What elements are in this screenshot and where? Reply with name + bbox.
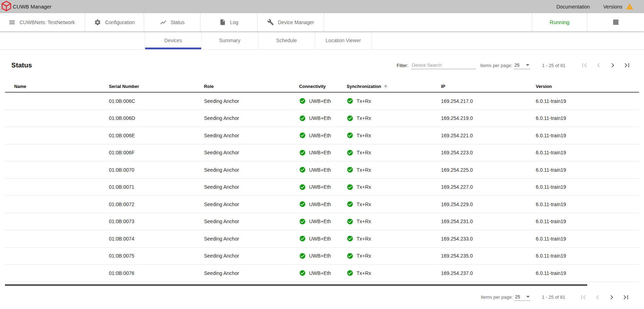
synchronization-label: Tx+Rx	[357, 253, 371, 259]
device-table-header: Name Serial Number Role Connectivity Syn…	[5, 81, 639, 93]
chevron-down-icon	[526, 296, 530, 298]
next-page-button[interactable]	[607, 293, 616, 302]
tab-summary[interactable]: Summary	[202, 31, 258, 49]
first-page-button[interactable]	[579, 293, 588, 302]
previous-page-button[interactable]	[594, 61, 603, 70]
table-row[interactable]: 01:0B:006E Seeding Anchor UWB+Eth Tx+Rx …	[5, 127, 639, 144]
first-page-button[interactable]	[580, 61, 589, 70]
line-chart-icon	[160, 19, 167, 26]
wrench-icon	[267, 19, 274, 26]
table-row[interactable]: 01:0B:0072 Seeding Anchor UWB+Eth Tx+Rx …	[5, 196, 639, 213]
items-per-page-select[interactable]: 25	[514, 293, 530, 301]
check-circle-icon	[299, 218, 306, 225]
table-row[interactable]: 01:0B:0071 Seeding Anchor UWB+Eth Tx+Rx …	[5, 179, 639, 196]
connectivity-label: UWB+Eth	[309, 167, 331, 173]
column-header-name[interactable]: Name	[5, 84, 109, 89]
stop-network-button[interactable]	[587, 13, 644, 31]
column-header-label: Role	[204, 84, 214, 89]
column-header-label: Version	[536, 84, 552, 89]
cell-version: 6.0.11-train19	[536, 150, 639, 155]
table-row[interactable]: 01:0B:0073 Seeding Anchor UWB+Eth Tx+Rx …	[5, 213, 639, 231]
cell-ip: 169.254.237.0	[441, 270, 536, 276]
connectivity-label: UWB+Eth	[309, 115, 331, 121]
page-title: Status	[11, 61, 32, 69]
nav-item-configuration[interactable]: Configuration	[85, 13, 144, 31]
tab-label: Devices	[164, 38, 182, 43]
cell-synchronization: Tx+Rx	[347, 218, 441, 225]
status-tab-bar: Devices Summary Schedule Location Viewer	[0, 31, 644, 50]
cell-connectivity: UWB+Eth	[299, 235, 347, 242]
app-top-bar: CUWB Manager Documentation Versions	[0, 0, 644, 13]
cell-serial-number: 01:0B:0076	[109, 270, 204, 276]
documentation-link[interactable]: Documentation	[556, 4, 590, 10]
last-page-button[interactable]	[622, 61, 632, 70]
warning-triangle-icon[interactable]	[626, 3, 633, 10]
table-row[interactable]: 01:0B:006C Seeding Anchor UWB+Eth Tx+Rx …	[5, 93, 639, 110]
tab-devices[interactable]: Devices	[145, 31, 202, 49]
cell-serial-number: 01:0B:0074	[109, 236, 204, 242]
cell-version: 6.0.11-train19	[536, 253, 639, 259]
last-page-button[interactable]	[621, 293, 631, 302]
cell-connectivity: UWB+Eth	[299, 201, 347, 208]
device-search-input[interactable]	[411, 61, 476, 69]
column-header-connectivity[interactable]: Connectivity	[299, 84, 347, 89]
items-per-page-value: 25	[514, 62, 519, 68]
cell-role: Seeding Anchor	[204, 167, 299, 173]
table-row[interactable]: 01:0B:006D Seeding Anchor UWB+Eth Tx+Rx …	[5, 110, 639, 127]
table-row[interactable]: 01:0B:0070 Seeding Anchor UWB+Eth Tx+Rx …	[5, 161, 639, 179]
cell-synchronization: Tx+Rx	[347, 184, 441, 191]
last-page-icon	[623, 61, 631, 70]
cell-role: Seeding Anchor	[204, 219, 299, 224]
column-header-label: Serial Number	[109, 84, 139, 89]
cell-connectivity: UWB+Eth	[299, 132, 347, 139]
versions-link[interactable]: Versions	[603, 4, 622, 10]
cell-version: 6.0.11-train19	[536, 202, 639, 207]
check-circle-icon	[347, 270, 353, 276]
cell-connectivity: UWB+Eth	[299, 184, 347, 191]
cell-ip: 169.254.227.0	[441, 184, 536, 190]
previous-page-button[interactable]	[593, 293, 602, 302]
synchronization-label: Tx+Rx	[357, 133, 371, 138]
nav-item-log[interactable]: Log	[200, 13, 258, 31]
first-page-icon	[579, 293, 588, 302]
table-row[interactable]: 01:0B:0076 Seeding Anchor UWB+Eth Tx+Rx …	[5, 265, 639, 282]
next-page-button[interactable]	[608, 61, 617, 70]
check-circle-icon	[299, 235, 306, 242]
device-table: Name Serial Number Role Connectivity Syn…	[5, 81, 639, 282]
column-header-version[interactable]: Version	[536, 84, 639, 89]
connectivity-label: UWB+Eth	[309, 150, 331, 155]
column-header-ip[interactable]: IP	[441, 84, 536, 89]
network-menu-button[interactable]: CUWBNets: TestNetwork	[0, 13, 85, 31]
table-row[interactable]: 01:0B:0074 Seeding Anchor UWB+Eth Tx+Rx …	[5, 230, 639, 248]
cell-connectivity: UWB+Eth	[299, 149, 347, 156]
check-circle-icon	[347, 201, 353, 208]
check-circle-icon	[299, 132, 306, 139]
chevron-left-icon	[594, 61, 603, 70]
cell-role: Seeding Anchor	[204, 236, 299, 242]
cell-serial-number: 01:0B:0072	[109, 202, 204, 207]
main-nav-bar: CUWBNets: TestNetwork Configuration Stat…	[0, 13, 644, 31]
nav-item-device-manager[interactable]: Device Manager	[258, 13, 324, 31]
tab-schedule[interactable]: Schedule	[258, 31, 315, 49]
column-header-label: Name	[14, 84, 26, 89]
table-row[interactable]: 01:0B:0075 Seeding Anchor UWB+Eth Tx+Rx …	[5, 248, 639, 265]
synchronization-label: Tx+Rx	[357, 98, 371, 104]
scrollbar-thumb[interactable]	[5, 284, 587, 286]
column-header-role[interactable]: Role	[204, 84, 299, 89]
cell-serial-number: 01:0B:0070	[109, 167, 204, 173]
nav-item-status[interactable]: Status	[144, 13, 200, 31]
cell-serial-number: 01:0B:0073	[109, 219, 204, 224]
column-header-synchronization[interactable]: Synchronization	[347, 84, 441, 89]
paginator-buttons	[580, 61, 632, 70]
tab-location-viewer[interactable]: Location Viewer	[315, 31, 372, 49]
nav-spacer	[324, 13, 532, 31]
items-per-page-value: 25	[515, 294, 520, 299]
chevron-down-icon	[526, 64, 529, 66]
stop-square-icon	[613, 20, 618, 25]
table-row[interactable]: 01:0B:006F Seeding Anchor UWB+Eth Tx+Rx …	[5, 144, 639, 162]
cell-connectivity: UWB+Eth	[299, 270, 347, 276]
cell-role: Seeding Anchor	[204, 150, 299, 155]
column-header-serial-number[interactable]: Serial Number	[109, 84, 204, 89]
table-horizontal-scrollbar	[5, 284, 639, 286]
items-per-page-select[interactable]: 25	[514, 62, 530, 69]
